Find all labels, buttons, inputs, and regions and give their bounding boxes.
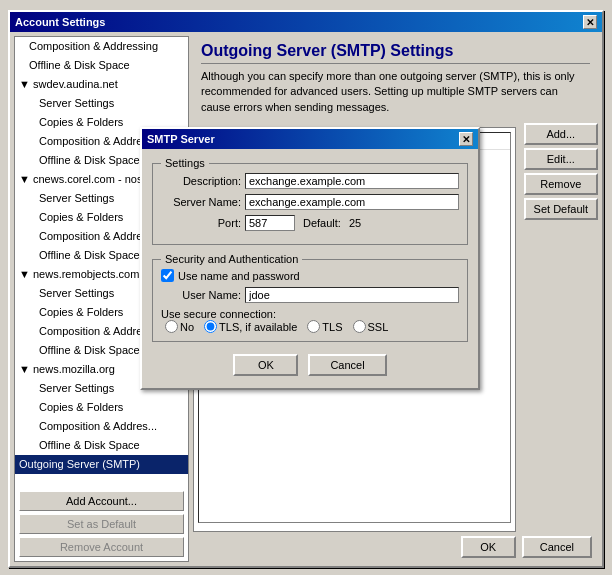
settings-fieldset: Settings Description: Server Name: Port:	[152, 157, 468, 245]
use-password-checkbox[interactable]	[161, 269, 174, 282]
port-row-inner: Default: 25	[245, 215, 361, 231]
user-name-label: User Name:	[161, 289, 241, 301]
description-row: Description:	[161, 173, 459, 189]
settings-legend: Settings	[161, 157, 209, 169]
dialog-ok-button[interactable]: OK	[233, 354, 298, 376]
account-settings-window: Account Settings ✕ Composition & Address…	[8, 10, 604, 568]
port-row: Port: Default: 25	[161, 215, 459, 231]
radio-tls-avail-label: TLS, if available	[204, 320, 297, 333]
radio-no[interactable]	[165, 320, 178, 333]
security-legend: Security and Authentication	[161, 253, 302, 265]
dialog-close-button[interactable]: ✕	[459, 132, 473, 146]
radio-no-label: No	[165, 320, 194, 333]
dialog-title: SMTP Server	[147, 133, 215, 145]
port-label: Port:	[161, 217, 241, 229]
server-name-row: Server Name:	[161, 194, 459, 210]
description-label: Description:	[161, 175, 241, 187]
security-fieldset: Security and Authentication Use name and…	[152, 253, 468, 342]
use-password-row: Use name and password	[161, 269, 459, 282]
dialog-overlay: SMTP Server ✕ Settings Description: Serv…	[10, 12, 602, 566]
user-name-input[interactable]	[245, 287, 459, 303]
default-value: 25	[349, 217, 361, 229]
dialog-cancel-button[interactable]: Cancel	[308, 354, 386, 376]
radio-ssl[interactable]	[353, 320, 366, 333]
radio-group: No TLS, if available TLS	[165, 320, 459, 333]
radio-tls-available[interactable]	[204, 320, 217, 333]
smtp-dialog: SMTP Server ✕ Settings Description: Serv…	[140, 127, 480, 390]
secure-label: Use secure connection:	[161, 308, 276, 320]
user-name-row: User Name:	[161, 287, 459, 303]
use-password-label: Use name and password	[178, 270, 300, 282]
server-name-input[interactable]	[245, 194, 459, 210]
radio-tls[interactable]	[307, 320, 320, 333]
description-input[interactable]	[245, 173, 459, 189]
default-label: Default:	[303, 217, 341, 229]
port-input[interactable]	[245, 215, 295, 231]
dialog-body: Settings Description: Server Name: Port:	[142, 149, 478, 388]
secure-connection-section: Use secure connection: No TLS, if availa…	[161, 308, 459, 333]
radio-ssl-label: SSL	[353, 320, 389, 333]
dialog-titlebar: SMTP Server ✕	[142, 129, 478, 149]
radio-tls-label: TLS	[307, 320, 342, 333]
server-name-label: Server Name:	[161, 196, 241, 208]
dialog-buttons: OK Cancel	[152, 350, 468, 380]
